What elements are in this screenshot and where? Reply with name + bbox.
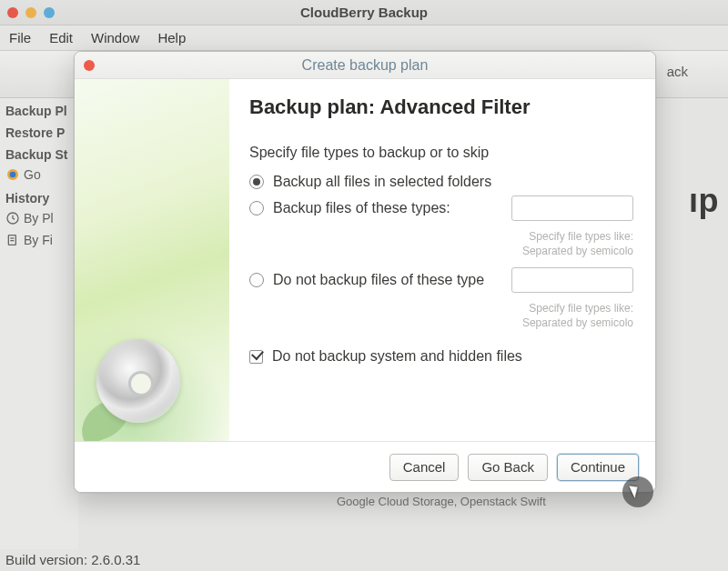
dialog-subheading: Specify file types to backup or to skip [249,145,633,161]
radio-icon[interactable] [249,273,264,287]
hint-line: Specify file types like: [529,230,633,243]
go-back-button[interactable]: Go Back [468,454,548,481]
dialog-titlebar: Create backup plan [75,52,655,79]
radio-option-include[interactable]: Backup files of these types: [249,195,633,221]
dialog-main: Backup plan: Advanced Filter Specify fil… [229,79,655,441]
create-backup-plan-dialog: Create backup plan Backup plan: Advanced… [74,51,656,493]
disc-icon [96,339,180,423]
exclude-types-input[interactable] [511,267,633,293]
cancel-button[interactable]: Cancel [389,454,460,481]
dialog-sidebar-graphic [75,79,229,441]
dialog-footer: Cancel Go Back Continue [75,441,655,492]
radio-label: Backup all files in selected folders [273,174,491,190]
dialog-heading: Backup plan: Advanced Filter [249,95,633,119]
hint-line: Specify file types like: [529,302,633,315]
hint-line: Separated by semicolo [522,245,633,257]
radio-label: Backup files of these types: [273,200,450,216]
dialog-close-icon[interactable] [84,60,95,71]
radio-icon[interactable] [249,175,264,189]
exclude-hint: Specify file types like: Separated by se… [249,302,633,330]
include-types-input[interactable] [511,195,633,221]
hint-line: Separated by semicolo [522,316,633,329]
radio-option-exclude[interactable]: Do not backup files of these type [249,267,633,293]
dialog-body: Backup plan: Advanced Filter Specify fil… [75,79,655,441]
radio-icon[interactable] [249,201,264,215]
continue-button[interactable]: Continue [557,454,639,481]
radio-option-all[interactable]: Backup all files in selected folders [249,174,633,190]
checkbox-icon[interactable] [249,350,263,364]
include-hint: Specify file types like: Separated by se… [249,230,633,258]
checkbox-hidden-files[interactable]: Do not backup system and hidden files [249,348,633,365]
radio-label: Do not backup files of these type [273,272,484,288]
checkbox-label: Do not backup system and hidden files [272,348,522,365]
dialog-title: Create backup plan [75,57,655,74]
